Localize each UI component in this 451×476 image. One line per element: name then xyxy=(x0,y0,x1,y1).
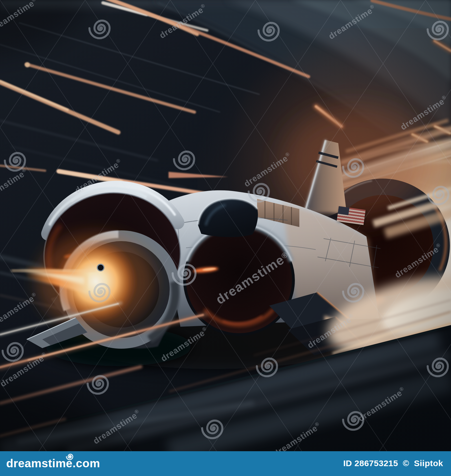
dreamstime-logo-spiral-icon xyxy=(66,453,73,460)
dreamstime-logo-text: dreamstime.com xyxy=(6,457,100,470)
image-credit: ID 286753215 © Siiptok xyxy=(341,459,443,468)
copyright-symbol: © xyxy=(403,459,409,468)
dreamstime-logo: dreamstime.com xyxy=(6,457,100,470)
image-id: ID 286753215 xyxy=(343,459,398,468)
watermark-line-grid xyxy=(0,0,451,451)
tunnel-rocket-car-image: dreamstime®dreamstime®dreamstime®dreamst… xyxy=(0,0,451,451)
watermark-overlay: dreamstime®dreamstime®dreamstime®dreamst… xyxy=(0,0,451,451)
watermark-footer-bar: dreamstime.com ID 286753215 © Siiptok xyxy=(0,451,451,476)
author-name: Siiptok xyxy=(414,459,443,468)
stock-photo-preview: dreamstime®dreamstime®dreamstime®dreamst… xyxy=(0,0,451,476)
